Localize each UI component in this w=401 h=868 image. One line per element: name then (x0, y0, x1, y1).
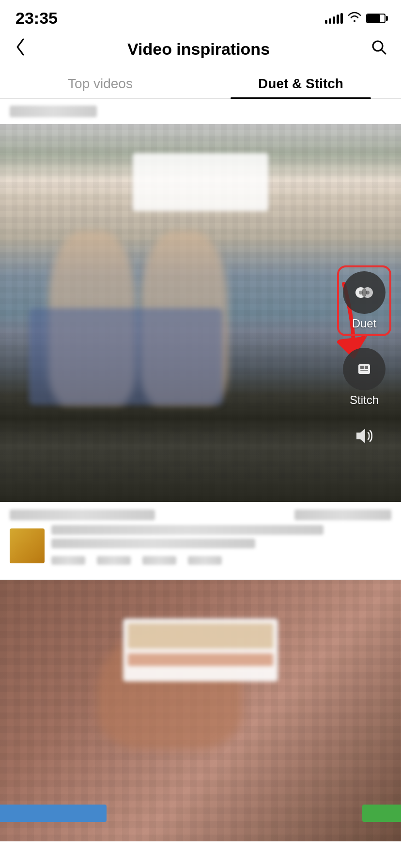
status-bar: 23:35 (0, 0, 401, 32)
info-line-1 (51, 525, 324, 535)
svg-rect-8 (360, 366, 364, 369)
nav-bar: Video inspirations (0, 32, 401, 67)
duet-label: Duet (352, 317, 377, 330)
info-row-top (10, 510, 391, 520)
jeans-overlay (29, 308, 223, 405)
svg-point-6 (366, 291, 370, 294)
video-section: Duet Stitch (0, 124, 401, 502)
stitch-button[interactable]: Stitch (343, 348, 386, 407)
video-actions: Duet Stitch (337, 265, 391, 453)
signal-icon (325, 13, 343, 24)
duet-button-highlighted[interactable]: Duet (337, 265, 391, 336)
stat-2 (97, 556, 131, 565)
info-blur-2 (294, 510, 391, 520)
video-info-section (0, 502, 401, 580)
video-text-block (133, 153, 268, 211)
second-video-text (123, 619, 278, 682)
svg-rect-7 (358, 364, 370, 374)
tab-top-videos[interactable]: Top videos (0, 67, 200, 98)
info-row-bottom (10, 525, 391, 567)
blue-bar (0, 805, 107, 822)
stat-1 (51, 556, 85, 565)
volume-button[interactable] (347, 418, 382, 453)
wifi-icon (348, 12, 361, 25)
svg-rect-10 (360, 370, 368, 371)
info-line-2 (51, 539, 255, 548)
tabs-bar: Top videos Duet & Stitch (0, 67, 401, 99)
username-blur (10, 106, 97, 117)
stats-row (51, 552, 391, 567)
search-icon[interactable] (370, 38, 387, 60)
stitch-label: Stitch (350, 393, 379, 407)
second-video-thumbnail (0, 580, 401, 841)
stat-4 (188, 556, 222, 565)
back-button[interactable] (14, 36, 27, 62)
battery-icon (366, 14, 386, 23)
video-thumbnail: Duet Stitch (0, 124, 401, 502)
tab-duet-stitch[interactable]: Duet & Stitch (200, 67, 401, 98)
svg-rect-9 (365, 366, 368, 369)
page-title: Video inspirations (127, 40, 270, 59)
info-lines (51, 525, 391, 567)
duet-icon (343, 271, 386, 314)
info-blur-1 (10, 510, 155, 520)
svg-point-5 (359, 291, 363, 294)
stitch-icon (343, 348, 386, 390)
status-time: 23:35 (15, 9, 58, 28)
status-icons (325, 12, 386, 25)
small-thumbnail (10, 528, 45, 563)
stat-3 (142, 556, 176, 565)
green-bar (362, 805, 401, 822)
username-row (0, 99, 401, 124)
